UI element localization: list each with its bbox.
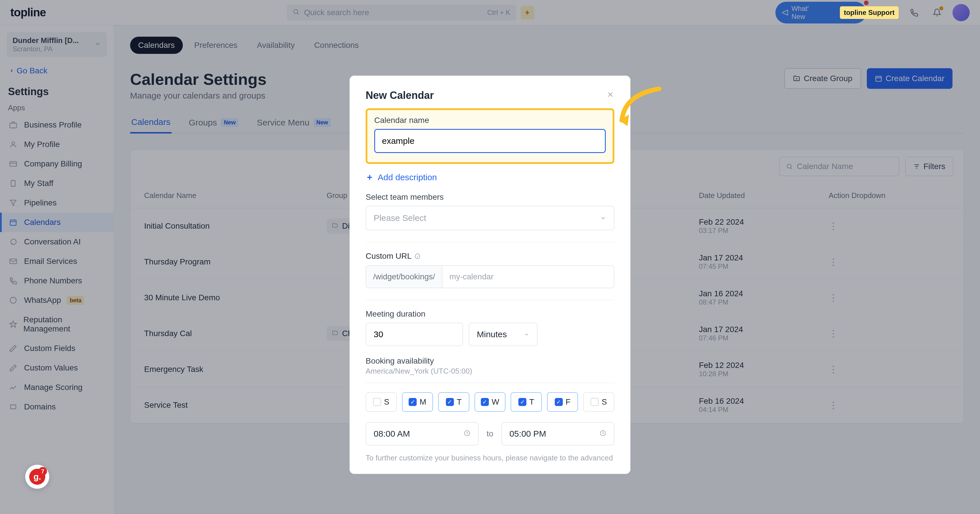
help-count-badge: 7: [38, 467, 47, 476]
calendar-name-field-highlight: Calendar name: [366, 108, 614, 164]
chevron-down-icon: [600, 215, 606, 221]
clock-icon: [600, 429, 606, 439]
divider: [366, 300, 614, 300]
url-slug-input[interactable]: my-calendar: [442, 265, 614, 288]
duration-label: Meeting duration: [366, 309, 614, 318]
day-label: F: [566, 398, 571, 407]
day-toggle-2[interactable]: T: [438, 392, 469, 412]
day-label: T: [457, 398, 461, 407]
add-description-button[interactable]: Add description: [366, 172, 614, 182]
url-prefix: /widget/bookings/: [366, 265, 442, 288]
team-members-select[interactable]: Please Select: [366, 206, 614, 230]
day-toggle-6[interactable]: S: [583, 392, 614, 412]
availability-hint: To further customize your business hours…: [366, 454, 614, 462]
checkbox-icon: [590, 398, 598, 406]
time-from-input[interactable]: 08:00 AM: [366, 422, 479, 446]
team-members-label: Select team members: [366, 193, 614, 202]
button-label: Add description: [378, 172, 437, 182]
checkbox-icon: [481, 398, 489, 406]
support-button[interactable]: topline Support: [840, 6, 899, 19]
day-label: M: [420, 398, 426, 407]
day-toggle-0[interactable]: S: [366, 392, 397, 412]
duration-value-input[interactable]: [366, 323, 463, 346]
checkbox-icon: [409, 398, 417, 406]
time-to-input[interactable]: 05:00 PM: [501, 422, 614, 446]
help-widget[interactable]: 7: [25, 465, 49, 489]
availability-label: Booking availability: [366, 356, 614, 366]
days-selector: SMTWTFS: [366, 392, 614, 412]
help-widget-logo: 7: [29, 469, 45, 485]
custom-url-label: Custom URL: [366, 251, 614, 261]
plus-icon: [366, 173, 374, 181]
info-icon: [414, 253, 421, 259]
close-icon: [606, 91, 614, 99]
day-label: T: [529, 398, 534, 407]
select-value: Minutes: [477, 329, 507, 339]
day-toggle-1[interactable]: M: [402, 392, 433, 412]
day-toggle-5[interactable]: F: [547, 392, 578, 412]
time-value: 05:00 PM: [509, 429, 546, 439]
chevron-down-icon: [524, 331, 530, 337]
time-value: 08:00 AM: [374, 429, 410, 439]
modal-title: New Calendar: [366, 89, 434, 102]
to-label: to: [487, 429, 493, 438]
day-label: S: [384, 398, 390, 407]
clock-icon: [464, 429, 471, 439]
divider: [366, 382, 614, 383]
divider: [366, 242, 614, 242]
select-placeholder: Please Select: [374, 213, 426, 223]
checkbox-icon: [373, 398, 381, 406]
duration-unit-select[interactable]: Minutes: [469, 323, 538, 346]
checkbox-icon: [519, 398, 527, 406]
day-label: W: [492, 398, 499, 407]
new-calendar-modal: New Calendar Calendar name Add descripti…: [350, 76, 630, 474]
modal-overlay: New Calendar Calendar name Add descripti…: [0, 0, 980, 514]
checkbox-icon: [446, 398, 454, 406]
checkbox-icon: [555, 398, 563, 406]
day-label: S: [601, 398, 607, 407]
calendar-name-label: Calendar name: [374, 116, 606, 125]
close-button[interactable]: [606, 90, 614, 101]
day-toggle-3[interactable]: W: [474, 392, 506, 412]
calendar-name-input[interactable]: [374, 129, 606, 153]
timezone-text: America/New_York (UTC-05:00): [366, 367, 614, 376]
day-toggle-4[interactable]: T: [511, 392, 542, 412]
